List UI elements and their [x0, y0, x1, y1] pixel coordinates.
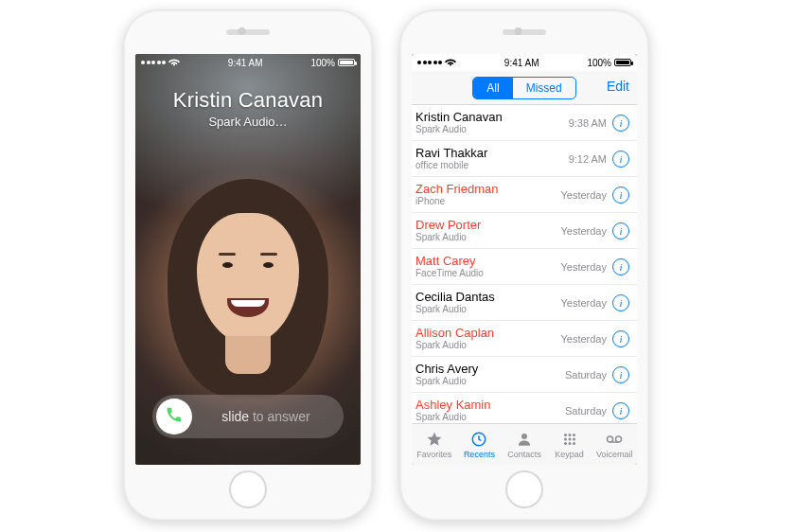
svg-point-3 [568, 434, 571, 436]
person-icon [515, 430, 534, 449]
call-time: 9:38 AM [569, 117, 607, 129]
caller-subtitle: Spark Audio… [135, 115, 361, 129]
call-name: Chris Avery [415, 362, 565, 376]
slide-to-answer[interactable]: slide to answer [152, 395, 344, 438]
tab-voicemail[interactable]: Voicemail [592, 424, 637, 465]
call-name: Cecilia Dantas [415, 290, 560, 304]
recents-row[interactable]: Cecilia DantasSpark AudioYesterdayi [412, 285, 637, 321]
battery-icon [614, 59, 631, 66]
call-sublabel: office mobile [415, 160, 569, 171]
info-icon[interactable]: i [612, 366, 629, 383]
slide-to-answer-label: slide to answer [192, 409, 340, 424]
home-button[interactable] [505, 470, 543, 508]
svg-point-7 [573, 438, 575, 441]
phone-speaker [226, 29, 270, 35]
caller-face-illustration [177, 179, 319, 368]
phone-device-left: 9:41 AM 100% Kristin Canavan Spark Audio… [123, 9, 373, 521]
call-sublabel: Spark Audio [415, 340, 560, 351]
call-time: Saturday [565, 405, 607, 417]
call-sublabel: FaceTime Audio [415, 268, 560, 279]
signal-icon [141, 61, 166, 64]
svg-point-10 [573, 442, 575, 445]
recents-nav-bar: All Missed Edit [412, 71, 637, 105]
info-icon[interactable]: i [612, 115, 629, 132]
svg-point-8 [564, 442, 567, 445]
tab-favorites[interactable]: Favorites [412, 424, 457, 465]
tab-label: Recents [464, 450, 495, 459]
call-time: Yesterday [560, 225, 607, 237]
wifi-icon [445, 58, 456, 68]
call-sublabel: Spark Audio [415, 232, 560, 243]
info-icon[interactable]: i [612, 330, 629, 347]
recents-row[interactable]: Drew PorterSpark AudioYesterdayi [412, 213, 637, 249]
battery-pct: 100% [310, 58, 335, 68]
svg-point-4 [573, 434, 575, 436]
answer-knob[interactable] [156, 399, 192, 434]
tab-contacts[interactable]: Contacts [502, 424, 547, 465]
info-icon[interactable]: i [612, 402, 629, 419]
keypad-icon [560, 430, 579, 449]
call-name: Ashley Kamin [415, 398, 565, 412]
tab-label: Voicemail [596, 450, 633, 459]
recents-row[interactable]: Zach FriedmaniPhoneYesterdayi [412, 177, 637, 213]
svg-point-11 [608, 436, 613, 442]
signal-icon [417, 61, 442, 64]
info-icon[interactable]: i [612, 222, 629, 239]
recents-row[interactable]: Chris AverySpark AudioSaturdayi [412, 357, 637, 393]
wifi-icon [168, 58, 180, 68]
recents-row[interactable]: Kristin CanavanSpark Audio9:38 AMi [412, 105, 637, 141]
svg-point-12 [616, 436, 622, 442]
tab-label: Keypad [555, 450, 584, 459]
status-bar: 9:41 AM 100% [412, 54, 637, 71]
info-icon[interactable]: i [612, 258, 629, 275]
call-name: Zach Friedman [415, 182, 560, 196]
call-time: Yesterday [560, 333, 607, 345]
phone-speaker [503, 29, 546, 35]
phone-camera [515, 27, 522, 35]
status-time: 9:41 AM [228, 58, 263, 68]
home-button[interactable] [229, 470, 267, 508]
info-icon[interactable]: i [612, 186, 629, 204]
recents-call-list[interactable]: Kristin CanavanSpark Audio9:38 AMiRavi T… [412, 105, 637, 423]
call-time: Saturday [565, 369, 607, 381]
call-sublabel: Spark Audio [415, 304, 560, 315]
tab-bar: Favorites Recents Contacts Keypad Voicem… [412, 423, 637, 465]
tab-recents[interactable]: Recents [457, 424, 503, 465]
call-time: Yesterday [560, 261, 607, 273]
edit-button[interactable]: Edit [607, 79, 629, 94]
tab-label: Contacts [507, 450, 541, 459]
tab-label: Favorites [416, 450, 451, 459]
recents-row[interactable]: Allison CaplanSpark AudioYesterdayi [412, 321, 637, 357]
caller-name: Kristin Canavan [135, 88, 361, 113]
phone-camera [238, 27, 246, 35]
recents-filter-segment[interactable]: All Missed [472, 77, 575, 99]
call-name: Kristin Canavan [415, 110, 569, 124]
svg-point-6 [568, 438, 571, 441]
battery-pct: 100% [587, 58, 611, 68]
call-sublabel: iPhone [415, 196, 560, 207]
call-time: Yesterday [560, 189, 607, 201]
svg-point-9 [568, 442, 571, 445]
svg-point-2 [564, 434, 567, 436]
status-bar: 9:41 AM 100% [135, 54, 361, 71]
recents-row[interactable]: Matt CareyFaceTime AudioYesterdayi [412, 249, 637, 285]
tab-keypad[interactable]: Keypad [547, 424, 592, 465]
battery-icon [338, 59, 355, 66]
call-sublabel: Spark Audio [415, 376, 565, 387]
call-name: Matt Carey [415, 254, 560, 268]
call-time: Yesterday [560, 297, 607, 309]
segment-all[interactable]: All [473, 78, 512, 98]
clock-icon [469, 430, 488, 449]
call-time: 9:12 AM [569, 153, 607, 165]
recents-row[interactable]: Ashley KaminSpark AudioSaturdayi [412, 393, 637, 423]
voicemail-icon [605, 430, 624, 449]
call-sublabel: Spark Audio [415, 124, 569, 135]
segment-missed[interactable]: Missed [513, 78, 575, 98]
info-icon[interactable]: i [612, 151, 629, 168]
status-time: 9:41 AM [504, 58, 539, 68]
call-name: Allison Caplan [415, 326, 560, 340]
info-icon[interactable]: i [612, 294, 629, 311]
call-name: Drew Porter [415, 218, 560, 232]
recents-row[interactable]: Ravi Thakkaroffice mobile9:12 AMi [412, 141, 637, 177]
recents-screen: 9:41 AM 100% All Missed Edit Kristin Can… [412, 54, 637, 465]
